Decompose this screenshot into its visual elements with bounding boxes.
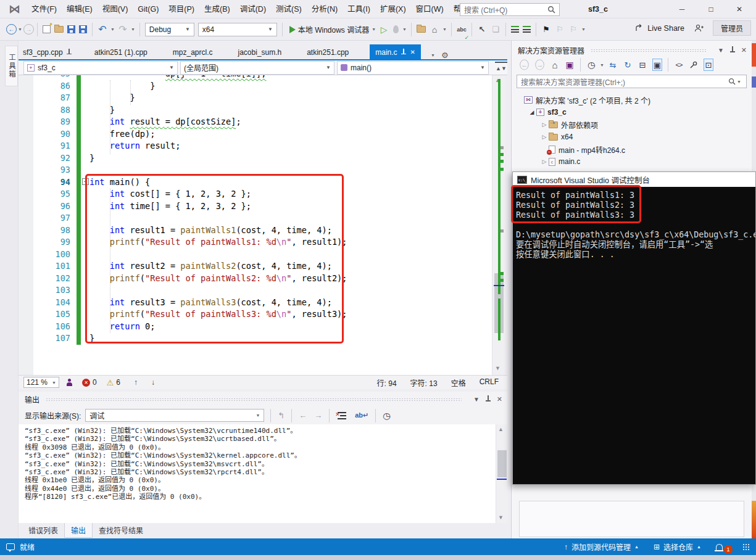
select-element-icon[interactable]: ↖ (476, 22, 488, 37)
debug-console-window[interactable]: c:\_ Microsoft Visual Studio 调试控制台 Resul… (512, 171, 756, 485)
eol-indicator[interactable]: CRLF (480, 377, 499, 388)
bookmark-icon[interactable]: ⚑ (541, 22, 552, 37)
expander-collapsed-icon[interactable]: ▷ (540, 159, 549, 165)
editor-scrollbar[interactable]: ▲ ▼ (492, 75, 505, 375)
menu-item-11[interactable]: 窗口(W) (411, 0, 449, 19)
live-share-icon[interactable] (634, 23, 644, 33)
copy-element-icon[interactable]: ❏ (490, 22, 501, 37)
hot-reload-icon[interactable] (393, 25, 399, 33)
tree-item-x64[interactable]: ▷x64 (512, 131, 752, 143)
spaces-indicator[interactable]: 空格 (451, 377, 466, 388)
navigate-back-icon[interactable]: ← (6, 24, 17, 35)
tab-jacobi_sum.h[interactable]: jacobi_sum.h (233, 44, 289, 60)
bottom-tab-错误列表[interactable]: 错误列表 (22, 523, 64, 537)
expander-expanded-icon[interactable]: ◢ (528, 109, 536, 115)
output-scrollbar[interactable]: ▲ ▼ (496, 424, 507, 523)
find-in-files-icon[interactable] (417, 26, 426, 33)
save-all-icon[interactable] (79, 25, 87, 33)
navigate-forward-icon[interactable]: → (23, 24, 34, 35)
select-repository-button[interactable]: ⊞ 选择仓库 ▲ (649, 541, 706, 552)
code-editor[interactable]: 8586878889909192939495969798991001011021… (19, 75, 492, 375)
member-dropdown[interactable]: main()▼ (337, 61, 489, 75)
output-log[interactable]: “sf3_c.exe” (Win32): 已加载“C:\Windows\Syst… (19, 424, 507, 523)
preview-selected-items-icon[interactable]: ⊡ (704, 59, 713, 71)
undo-dropdown-caret[interactable]: ▼ (110, 27, 115, 31)
bookmark-caret[interactable]: ▼ (581, 27, 586, 31)
debugger-label[interactable]: 本地 Windows 调试器 (298, 24, 369, 35)
split-editor-handle[interactable]: ▲▼ (495, 62, 507, 74)
forward-icon[interactable]: → (535, 60, 544, 70)
next-message-icon[interactable]: → (314, 411, 322, 420)
close-icon[interactable]: ✕ (497, 395, 502, 403)
window-position-caret[interactable]: ▼ (473, 396, 480, 403)
menu-item-10[interactable]: 扩展(X) (375, 0, 411, 19)
search-input[interactable]: 搜索 (Ctrl+Q) (460, 3, 560, 16)
spell-check-icon[interactable]: abc (456, 22, 467, 37)
menu-item-4[interactable]: 项目(P) (164, 0, 199, 19)
close-icon[interactable]: ✕ (410, 49, 415, 56)
hot-reload-caret[interactable]: ▼ (402, 27, 407, 31)
configuration-select[interactable]: Debug▼ (145, 23, 194, 36)
menu-item-2[interactable]: 视图(V) (98, 0, 133, 19)
add-to-source-control-button[interactable]: ↑ 添加到源代码管理 ▲ (559, 541, 644, 552)
back-icon[interactable]: ← (520, 60, 528, 70)
show-all-files-icon[interactable]: ▣ (652, 59, 662, 71)
previous-message-icon[interactable]: ← (299, 411, 307, 420)
tree-item-main.c[interactable]: ▷cmain.c (512, 155, 752, 168)
clear-all-icon[interactable] (338, 412, 346, 419)
error-count[interactable]: 0 (93, 378, 97, 387)
feedback-bubble-icon[interactable] (6, 543, 15, 550)
expander-collapsed-icon[interactable]: ▷ (540, 121, 549, 128)
close-icon[interactable]: ✕ (741, 46, 747, 54)
feedback-icon[interactable] (65, 379, 73, 387)
previous-bookmark-icon[interactable]: ⚐ (554, 22, 565, 37)
scrollbar-thumb[interactable] (497, 450, 507, 477)
prev-issue-icon[interactable]: ↑ (134, 378, 138, 387)
warnings-icon[interactable]: ⚠ (107, 378, 114, 387)
scope-dropdown[interactable]: (全局范围)▼ (180, 61, 334, 75)
collapse-all-icon[interactable]: ⊟ (638, 59, 647, 71)
tab-sf3_cpp.cpp[interactable]: sf3_cpp.cpp (19, 44, 77, 60)
properties-icon[interactable] (689, 59, 699, 71)
format-document-icon[interactable] (511, 26, 519, 33)
menu-item-3[interactable]: Git(G) (133, 0, 164, 19)
minimize-button[interactable]: ─ (673, 0, 691, 19)
home-icon[interactable]: ⌂ (550, 59, 560, 71)
pending-changes-filter-icon[interactable]: ◷ (586, 59, 596, 71)
warning-count[interactable]: 6 (116, 378, 120, 387)
toolbox-tab[interactable]: 工具箱 (5, 46, 18, 86)
pin-icon[interactable] (66, 49, 72, 56)
next-issue-icon[interactable]: ↓ (151, 378, 155, 387)
tab-main.c[interactable]: main.c✕ (370, 44, 421, 60)
search-options-caret[interactable]: ▼ (737, 80, 741, 84)
breakpoint-margin[interactable] (19, 75, 33, 375)
tree-item-main - mp4转h264.c[interactable]: main - mp4转h264.c (512, 143, 752, 155)
tree-item-解决方案 'sf3_c' (2 个项目, 共 2 个)[interactable]: ⋈解决方案 'sf3_c' (2 个项目, 共 2 个) (512, 94, 752, 106)
scrollbar-down-icon[interactable]: ▼ (495, 365, 501, 371)
back-dropdown-caret[interactable]: ▼ (18, 27, 22, 31)
redo-dropdown-caret[interactable]: ▼ (131, 27, 135, 31)
view-code-icon[interactable]: <> (674, 59, 684, 71)
bottom-tab-查找符号结果[interactable]: 查找符号结果 (93, 523, 149, 537)
goto-message-icon[interactable]: ↰ (278, 411, 285, 420)
project-dropdown[interactable]: + sf3_c▼ (23, 61, 178, 75)
menu-item-6[interactable]: 调试(D) (235, 0, 271, 19)
scrollbar-up-icon[interactable]: ▲ (498, 426, 504, 432)
new-project-icon[interactable] (43, 25, 51, 33)
tab-atkin251 (1).cpp[interactable]: atkin251 (1).cpp (90, 44, 155, 60)
menu-item-0[interactable]: 文件(F) (27, 0, 62, 19)
switch-views-icon[interactable]: ▣ (565, 59, 575, 71)
undo-icon[interactable]: ↶ (97, 22, 108, 37)
zoom-select[interactable]: 121 %▼ (23, 377, 59, 388)
live-share-label[interactable]: Live Share (647, 24, 684, 33)
tab-mpz_aprcl.c[interactable]: mpz_aprcl.c (168, 44, 220, 60)
tab-atkin251.cpp[interactable]: atkin251.cpp (302, 44, 356, 60)
redo-icon[interactable]: ↷ (117, 22, 128, 37)
filter-caret[interactable]: ▼ (600, 63, 604, 67)
pin-icon[interactable] (485, 395, 491, 403)
notifications-button[interactable]: 1 (711, 540, 737, 554)
resize-grip[interactable] (742, 543, 750, 551)
refresh-icon[interactable]: ↻ (623, 59, 633, 71)
maximize-button[interactable]: □ (702, 0, 720, 19)
start-without-debugging-icon[interactable]: ▷ (378, 22, 389, 37)
